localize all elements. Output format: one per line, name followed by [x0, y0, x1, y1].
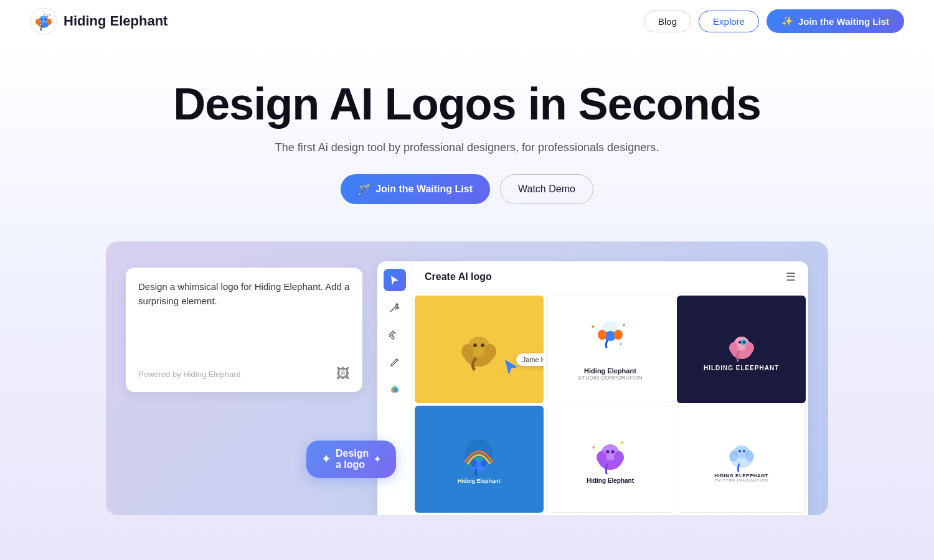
svg-point-31 — [745, 342, 754, 353]
cursor-arrow: Jame Harrington — [504, 358, 519, 378]
hiding-elephant-logo-pink: ✦ ✦ — [585, 434, 635, 477]
svg-text:♥: ♥ — [592, 324, 595, 330]
svg-point-7 — [47, 16, 49, 17]
paint-tool-button[interactable] — [384, 324, 406, 346]
svg-point-24 — [614, 330, 623, 340]
svg-point-23 — [598, 330, 606, 340]
menu-icon[interactable]: ☰ — [786, 270, 796, 284]
navbar: Hiding Elephant Blog Explore ✨ Join the … — [0, 0, 934, 42]
logo-text-2: Hiding ElephantSTUDIO CORPORATION — [578, 367, 643, 381]
nav-waiting-list-button[interactable]: ✨ Join the Waiting List — [767, 9, 904, 33]
svg-point-18 — [473, 343, 477, 347]
svg-point-37 — [471, 460, 477, 467]
ai-main-content: Create AI logo ☰ — [412, 261, 808, 515]
hiding-elephant-logo-blue — [448, 434, 510, 478]
svg-point-8 — [49, 14, 50, 16]
svg-point-49 — [729, 450, 738, 462]
logo-text-6: HIDING ELEPPHANTTWITTER IMAGINATION — [714, 473, 768, 482]
svg-point-13 — [392, 386, 397, 391]
wand-icon: 🪄 — [358, 184, 370, 195]
logo-cell-5[interactable]: ✦ ✦ Hiding Elephant — [546, 406, 675, 513]
elephant-logo-yellow — [454, 324, 504, 374]
hiding-elephant-logo-outline — [717, 436, 767, 473]
svg-point-38 — [481, 460, 487, 467]
prompt-panel: Design a whimsical logo for Hiding Eleph… — [126, 268, 362, 392]
hero-cta-group: 🪄 Join the Waiting List Watch Demo — [341, 174, 593, 204]
design-bubble[interactable]: ✦ Design a logo ✦ — [306, 441, 396, 478]
cursor-tool-button[interactable] — [384, 269, 406, 291]
ai-panel: Create AI logo ☰ — [377, 261, 808, 515]
svg-point-33 — [738, 341, 741, 343]
pen-icon — [389, 357, 400, 368]
color-circles-icon — [389, 384, 400, 395]
svg-point-34 — [743, 341, 745, 343]
bubble-sparkle-icon: ✦ — [321, 452, 331, 466]
svg-point-51 — [738, 450, 741, 452]
svg-point-52 — [743, 450, 745, 452]
svg-point-10 — [397, 304, 399, 305]
svg-point-6 — [45, 19, 47, 21]
svg-point-41 — [597, 451, 606, 464]
wand-tool-button[interactable] — [384, 296, 406, 319]
svg-point-19 — [481, 343, 484, 347]
svg-text:✦: ✦ — [592, 445, 596, 450]
explore-button[interactable]: Explore — [699, 11, 759, 32]
svg-point-3 — [35, 19, 40, 25]
logo-container[interactable]: Hiding Elephant — [30, 7, 167, 35]
demo-preview: Design a whimsical logo for Hiding Eleph… — [106, 241, 828, 515]
logo-cell-1[interactable]: Jame Harrington — [415, 296, 544, 403]
hiding-elephant-logo-white: ♥ ♥ ♥ — [579, 317, 641, 367]
prompt-text: Design a whimsical logo for Hiding Eleph… — [138, 280, 350, 308]
magic-wand-icon — [389, 302, 400, 313]
svg-text:✦: ✦ — [620, 439, 625, 446]
hero-section: Design AI Logos in Seconds The first Ai … — [0, 42, 934, 560]
logo-cell-3[interactable]: HILDING ELEEPHANT — [677, 296, 806, 403]
circles-tool-button[interactable] — [384, 378, 406, 401]
svg-point-4 — [47, 19, 52, 25]
logo-text-4: Hiding Elephant — [458, 478, 501, 484]
bubble-sparkle2-icon: ✦ — [374, 454, 381, 464]
svg-point-42 — [614, 451, 624, 464]
svg-point-16 — [461, 344, 474, 359]
logo-cell-6[interactable]: HIDING ELEPPHANTTWITTER IMAGINATION — [677, 406, 806, 513]
svg-point-43 — [606, 450, 609, 454]
logo-text-3: HILDING ELEEPHANT — [704, 365, 779, 371]
nav-actions: Blog Explore ✨ Join the Waiting List — [644, 9, 904, 33]
svg-point-9 — [44, 14, 45, 15]
hero-subtitle: The first Ai design tool by professional… — [275, 141, 659, 154]
blog-button[interactable]: Blog — [644, 11, 691, 32]
brand-logo-icon — [30, 7, 57, 35]
logo-grid: Jame Harrington — [412, 293, 808, 515]
svg-point-30 — [729, 342, 738, 353]
paint-bucket-icon — [389, 329, 400, 340]
sparkle-icon: ✨ — [781, 16, 793, 27]
ai-panel-title: Create AI logo — [425, 271, 492, 282]
pen-tool-button[interactable] — [384, 351, 406, 373]
brand-name: Hiding Elephant — [64, 13, 167, 29]
svg-point-44 — [611, 450, 614, 454]
logo-cell-2[interactable]: ♥ ♥ ♥ Hiding ElephantSTUDIO CORPORATION — [546, 296, 675, 403]
prompt-footer: Powered by Hiding Elephant 🖼 — [138, 366, 350, 382]
image-upload-icon[interactable]: 🖼 — [336, 366, 350, 382]
hiding-elephant-logo-dark — [714, 327, 770, 365]
svg-point-17 — [484, 344, 496, 359]
logo-text-5: Hiding Elephant — [587, 477, 634, 484]
user-tag: Jame Harrington — [516, 353, 544, 366]
watch-demo-button[interactable]: Watch Demo — [500, 174, 593, 204]
ai-panel-header: Create AI logo ☰ — [412, 261, 808, 293]
hero-title: Design AI Logos in Seconds — [173, 80, 760, 129]
cursor-icon — [389, 274, 400, 286]
svg-text:♥: ♥ — [623, 323, 625, 327]
svg-text:♥: ♥ — [620, 342, 622, 346]
svg-point-5 — [41, 19, 43, 21]
svg-point-50 — [745, 450, 754, 462]
powered-by-text: Powered by Hiding Elephant — [138, 370, 240, 379]
hero-waiting-list-button[interactable]: 🪄 Join the Waiting List — [341, 174, 490, 204]
logo-cell-4[interactable]: Hiding Elephant — [415, 406, 544, 513]
svg-point-20 — [474, 362, 484, 366]
